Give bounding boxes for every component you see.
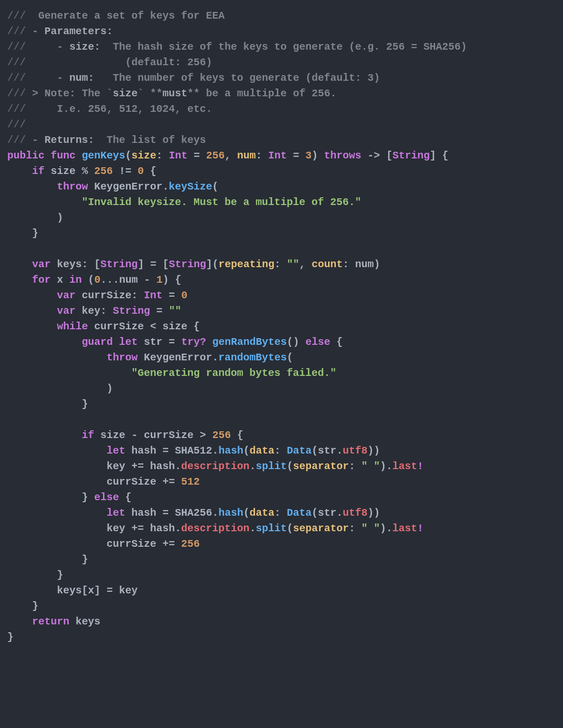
code-line: }: [7, 227, 38, 239]
code-line: var keys: [String] = [String](repeating:…: [7, 258, 380, 270]
doc-line-5: /// - num: The number of keys to generat…: [7, 72, 380, 84]
code-editor[interactable]: /// Generate a set of keys for EEA /// -…: [0, 0, 563, 653]
code-line: for x in (0...num - 1) {: [7, 274, 181, 286]
code-line: if size - currSize > 256 {: [7, 429, 243, 441]
code-line: [7, 243, 13, 255]
code-line: key += hash.description.split(separator:…: [7, 522, 423, 534]
doc-line-8: ///: [7, 119, 26, 130]
code-line: "Invalid keysize. Must be a multiple of …: [7, 196, 361, 208]
code-line: ): [7, 212, 63, 224]
code-line: "Generating random bytes failed.": [7, 367, 336, 379]
doc-line-9: /// - Returns: The list of keys: [7, 134, 206, 146]
doc-line-3: /// - size: The hash size of the keys to…: [7, 41, 467, 53]
doc-line-1: /// Generate a set of keys for EEA: [7, 10, 225, 22]
code-line: }: [7, 398, 88, 410]
doc-line-4: /// (default: 256): [7, 56, 212, 68]
code-line: var key: String = "": [7, 305, 181, 317]
code-line: public func genKeys(size: Int = 256, num…: [7, 150, 448, 162]
code-line: throw KeygenError.randomBytes(: [7, 352, 293, 363]
code-line: let hash = SHA256.hash(data: Data(str.ut…: [7, 507, 380, 519]
code-line: currSize += 256: [7, 538, 200, 550]
code-line: keys[x] = key: [7, 585, 138, 596]
code-line: let hash = SHA512.hash(data: Data(str.ut…: [7, 445, 380, 457]
code-line: currSize += 512: [7, 476, 200, 488]
code-line: throw KeygenError.keySize(: [7, 181, 218, 193]
code-line: } else {: [7, 491, 131, 503]
code-line: if size % 256 != 0 {: [7, 165, 156, 177]
code-line: [7, 414, 13, 426]
code-line: while currSize < size {: [7, 321, 200, 332]
doc-line-6: /// > Note: The `size` **must** be a mul…: [7, 88, 336, 99]
doc-line-7: /// I.e. 256, 512, 1024, etc.: [7, 103, 212, 115]
code-line: }: [7, 631, 13, 643]
code-line: }: [7, 554, 88, 565]
code-line: key += hash.description.split(separator:…: [7, 460, 423, 472]
doc-line-2: /// - Parameters:: [7, 25, 113, 37]
code-line: ): [7, 383, 113, 395]
code-line: }: [7, 600, 38, 612]
code-line: var currSize: Int = 0: [7, 289, 187, 301]
code-line: return keys: [7, 616, 100, 628]
code-line: }: [7, 569, 63, 581]
code-line: guard let str = try? genRandBytes() else…: [7, 336, 343, 348]
